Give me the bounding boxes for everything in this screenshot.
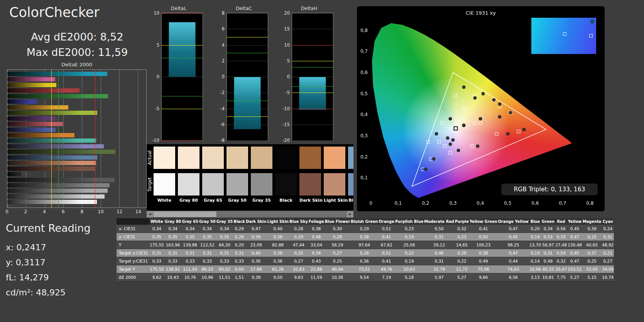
- vchart-gridline: [227, 61, 268, 61]
- de-reference-line: [95, 70, 95, 207]
- swatch-actual-blue-sky: [348, 147, 353, 169]
- table-cell: 0,27: [289, 257, 308, 265]
- swatch-scrollbar[interactable]: ◄ ►: [147, 211, 353, 217]
- swatch-actual-gray-35: [251, 147, 272, 169]
- scrollbar-right-arrow-icon[interactable]: ►: [347, 211, 353, 217]
- scrollbar-left-arrow-icon[interactable]: ◄: [147, 211, 153, 217]
- vchart-gridline: [292, 140, 333, 141]
- table-column-header-black: Black: [233, 218, 245, 225]
- table-cell: 0,34: [149, 225, 164, 233]
- cie-measured-point: [509, 111, 512, 114]
- table-cell: 0,29: [350, 225, 379, 233]
- table-column-header-moderate-red: Moderate Red: [424, 218, 455, 225]
- de-bar-red: [7, 88, 79, 93]
- swatch-actual-light-skin: [324, 147, 345, 169]
- scrollbar-track[interactable]: [153, 211, 347, 217]
- table-cell: 0,47: [498, 225, 529, 233]
- vchart-axis-tick-label: 0: [157, 74, 159, 79]
- table-column-header-orange: Orange: [379, 218, 395, 225]
- vchart-axis-tick-label: -6: [220, 122, 225, 127]
- de-bar-gray-35: [7, 178, 115, 182]
- vchart-axis-tick-label: 20: [284, 10, 290, 16]
- table-cell: 0,34: [216, 225, 233, 233]
- table-cell: 33,05: [582, 265, 602, 273]
- swatch-target-gray-35: [251, 173, 272, 196]
- cie-target-point: [473, 121, 477, 125]
- table-cell: 0,31: [424, 233, 455, 241]
- scrollbar-thumb[interactable]: [153, 211, 217, 217]
- table-cell: 0,50: [469, 233, 498, 241]
- table-cell: 0,53: [541, 233, 555, 241]
- de-axis-tick-label: 12: [117, 209, 122, 214]
- table-cell: 0,34: [181, 225, 199, 233]
- vchart-reference-line: [292, 86, 333, 87]
- de-bar-gray-65: [7, 189, 108, 193]
- swatch-column-black: Black: [275, 147, 297, 203]
- vchart-reference-line: [292, 67, 333, 67]
- cie-measured-point: [451, 138, 455, 142]
- table-cell: 5,15: [582, 273, 602, 282]
- table-cell: 0,49: [469, 257, 498, 265]
- de-gridline: [119, 70, 120, 207]
- table-cell: 0,27: [602, 257, 614, 265]
- de-axis-tick-label: 0: [5, 209, 8, 214]
- swatch-label: Gray 35: [251, 198, 272, 203]
- table-cell: 20,47: [555, 265, 567, 273]
- vchart-bar: [169, 22, 196, 77]
- table-header-row: WhiteGray 80Gray 65Gray 50Gray 35BlackDa…: [117, 218, 614, 225]
- swatch-target-blue-sky: [348, 173, 353, 196]
- table-cell: 98,25: [498, 241, 529, 249]
- table-cell: 0,51: [379, 249, 395, 257]
- table-cell: 0,37: [582, 249, 602, 257]
- table-cell: 0,39: [245, 233, 267, 241]
- swatch-actual-dark-skin: [299, 147, 321, 169]
- vchart-gridline: [227, 45, 268, 46]
- table-column-header-foliage: Foliage: [308, 218, 325, 225]
- de-axis-tick-label: 8: [81, 209, 84, 214]
- table-cell: 0,34: [164, 225, 182, 233]
- vchart-axis-tick-label: 8: [222, 10, 225, 16]
- cie-measured-point: [446, 136, 449, 140]
- table-cell: 0,33: [216, 257, 233, 265]
- vchart-reference-line: [292, 93, 333, 93]
- de-bar-bluish-green: [7, 138, 96, 143]
- table-column-header-blue-flower: Blue Flower: [325, 218, 350, 225]
- de-axis-tick-label: 14: [135, 209, 141, 214]
- swatch-panel: Actual Target WhiteGray 80Gray 65Gray 50…: [147, 144, 353, 211]
- cie-y-axis-tick-label: 0,3: [360, 133, 368, 138]
- de-axis-tick-label: 10: [98, 209, 103, 214]
- table-cell: 32,83: [289, 265, 308, 273]
- vchart-axis-tick-label: -4: [220, 106, 225, 111]
- cie-x-axis-tick-label: 0,5: [504, 201, 511, 206]
- table-cell: 23,09: [245, 241, 267, 249]
- vchart-reference-line: [162, 45, 203, 46]
- swatch-label: Light Skin: [324, 198, 345, 203]
- table-cell: 13,70: [529, 241, 541, 249]
- table-cell: 97,64: [350, 241, 379, 249]
- table-cell: 82,88: [267, 241, 289, 249]
- swatch-target-black: [275, 173, 297, 196]
- current-reading: Current Reading x: 0,2417 y: 0,3117 fL: …: [6, 222, 91, 300]
- vchart-reference-line: [292, 109, 333, 109]
- max-de2000: Max dE2000: 11,59: [0, 45, 154, 60]
- table-cell: 0,47: [245, 225, 267, 233]
- table-row-x-cie31: x: CIE310,340,340,340,340,340,290,470,40…: [117, 225, 614, 233]
- page-title: ColorChecker: [9, 5, 100, 20]
- table-cell: 56,97: [541, 241, 555, 249]
- swatch-row-label-target: Target: [147, 173, 153, 196]
- vchart-bar: [234, 77, 261, 129]
- table-cell: 0,14: [529, 257, 541, 265]
- table-cell: 0,34: [308, 249, 325, 257]
- table-cell: 27,48: [555, 241, 567, 249]
- table-column-header-yellow: Yellow: [567, 218, 582, 225]
- swatch-column-gray-80: Gray 80: [178, 147, 199, 203]
- vchart-axis-tick-label: -10: [152, 138, 159, 143]
- vchart-reference-line: [227, 116, 268, 117]
- table-cell: 0,35: [164, 233, 182, 241]
- cie-target-point: [438, 140, 441, 144]
- cie-measured-point: [448, 117, 452, 121]
- vchart-axis-tick-label: 2: [222, 58, 225, 64]
- table-cell: 0,19: [529, 249, 541, 257]
- table-column-header-blue-sky: Blue Sky: [289, 218, 308, 225]
- vchart-axis-tick-label: -5: [286, 90, 290, 95]
